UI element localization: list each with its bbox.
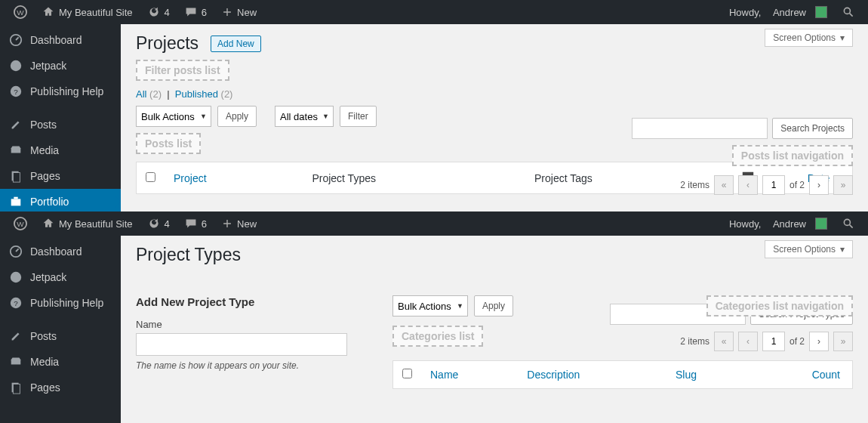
categories-list-region: Categories list <box>392 326 483 347</box>
last-page-button[interactable]: » <box>833 175 853 195</box>
col-name[interactable]: Name <box>430 369 458 381</box>
search-toggle[interactable] <box>835 212 862 236</box>
svg-text:W: W <box>17 220 24 228</box>
admin-sidebar: Dashboard Jetpack ?Publishing Help Posts… <box>0 24 121 212</box>
sidebar-item-label: Jetpack <box>30 271 66 283</box>
screen-options-label: Screen Options <box>773 244 836 255</box>
svg-rect-9 <box>11 199 21 205</box>
updates-count: 4 <box>165 7 170 18</box>
svg-point-15 <box>11 272 21 283</box>
sidebar-item-label: Posts <box>30 119 57 131</box>
items-count: 2 items <box>680 336 709 347</box>
next-page-button[interactable]: › <box>809 175 829 195</box>
sidebar-item-label: Pages <box>30 381 60 394</box>
sidebar-item-dashboard[interactable]: Dashboard <box>0 239 121 264</box>
items-count: 2 items <box>680 180 709 190</box>
col-slug[interactable]: Slug <box>676 369 697 381</box>
filter-all-link[interactable]: All <box>136 88 146 100</box>
sidebar-item-label: Publishing Help <box>30 297 103 309</box>
select-all-checkbox[interactable] <box>146 172 155 182</box>
search-button[interactable]: Search Projects <box>772 118 853 139</box>
current-page-input[interactable] <box>762 175 785 195</box>
updates-link[interactable]: 4 <box>140 212 177 236</box>
posts-list-region: Posts list <box>136 133 201 154</box>
date-filter-select[interactable]: All dates <box>275 106 334 127</box>
status-filter-links: All (2) | Published (2) <box>136 88 853 100</box>
sidebar-item-label: Posts <box>30 330 57 342</box>
new-link[interactable]: New <box>214 0 264 24</box>
site-link[interactable]: My Beautiful Site <box>35 0 140 24</box>
form-heading: Add New Project Type <box>136 295 377 308</box>
search-input[interactable] <box>632 118 768 139</box>
name-hint: The name is how it appears on your site. <box>136 360 377 371</box>
col-project[interactable]: Project <box>174 172 207 184</box>
chevron-down-icon: ▾ <box>840 244 845 255</box>
filter-posts-list-region: Filter posts list <box>136 60 229 81</box>
comments-count: 6 <box>202 218 207 230</box>
sidebar-item-label: Media <box>30 356 59 368</box>
updates-link[interactable]: 4 <box>140 0 177 24</box>
categories-list-navigation-region: Categories list navigation <box>706 295 853 316</box>
site-link[interactable]: My Beautiful Site <box>35 212 140 236</box>
sidebar-item-jetpack[interactable]: Jetpack <box>0 264 121 290</box>
prev-page-button[interactable]: ‹ <box>738 332 758 351</box>
svg-text:?: ? <box>14 299 18 307</box>
col-count[interactable]: Count <box>812 369 840 381</box>
account-link[interactable]: Howdy, Andrew <box>722 0 835 24</box>
sidebar-item-portfolio[interactable]: Portfolio <box>0 189 121 212</box>
next-page-button[interactable]: › <box>809 332 829 351</box>
last-page-button[interactable]: » <box>833 332 853 351</box>
comments-link[interactable]: 6 <box>177 0 214 24</box>
filter-button[interactable]: Filter <box>340 106 377 127</box>
col-description[interactable]: Description <box>527 369 580 381</box>
svg-text:W: W <box>17 8 24 17</box>
apply-bulk-button[interactable]: Apply <box>474 295 513 316</box>
sidebar-item-jetpack[interactable]: Jetpack <box>0 53 121 79</box>
terms-table: Name Description Slug Count <box>392 360 853 389</box>
first-page-button[interactable]: « <box>714 332 734 351</box>
search-toggle[interactable] <box>835 0 862 24</box>
sidebar-item-pages[interactable]: Pages <box>0 163 121 189</box>
col-project-types: Project Types <box>303 162 525 194</box>
comments-link[interactable]: 6 <box>177 212 214 236</box>
wp-logo[interactable]: W <box>6 212 35 236</box>
account-link[interactable]: Howdy, Andrew <box>722 212 835 236</box>
sidebar-item-label: Publishing Help <box>30 85 103 97</box>
page-of-label: of 2 <box>790 336 805 347</box>
new-link[interactable]: New <box>214 212 264 236</box>
term-name-input[interactable] <box>136 333 347 356</box>
current-page-input[interactable] <box>762 332 785 351</box>
filter-published-link[interactable]: Published <box>175 88 218 100</box>
first-page-button[interactable]: « <box>714 175 734 195</box>
updates-count: 4 <box>165 218 170 230</box>
screen-options-toggle[interactable]: Screen Options▾ <box>765 29 853 47</box>
sidebar-item-media[interactable]: Media <box>0 137 121 163</box>
sidebar-item-publishing-help[interactable]: ?Publishing Help <box>0 79 121 104</box>
apply-bulk-button[interactable]: Apply <box>217 106 257 127</box>
sidebar-item-dashboard[interactable]: Dashboard <box>0 27 121 53</box>
main-content: Screen Options▾ Projects Add New Filter … <box>121 24 868 212</box>
svg-rect-10 <box>14 197 17 199</box>
sidebar-item-label: Jetpack <box>30 60 66 72</box>
bulk-actions-select[interactable]: Bulk Actions <box>136 106 211 127</box>
sidebar-item-publishing-help[interactable]: ?Publishing Help <box>0 290 121 316</box>
page-of-label: of 2 <box>790 180 805 190</box>
howdy-prefix: Howdy, <box>729 218 761 230</box>
site-name: My Beautiful Site <box>59 7 133 18</box>
sidebar-item-posts[interactable]: Posts <box>0 323 121 349</box>
avatar <box>815 6 827 18</box>
comments-count: 6 <box>202 7 207 18</box>
add-new-button[interactable]: Add New <box>211 36 261 52</box>
sidebar-item-posts[interactable]: Posts <box>0 112 121 137</box>
filter-all-count: (2) <box>149 88 162 100</box>
select-all-checkbox[interactable] <box>402 369 412 378</box>
svg-rect-19 <box>13 384 20 394</box>
sidebar-item-media[interactable]: Media <box>0 349 121 375</box>
svg-point-2 <box>844 8 850 14</box>
new-label: New <box>237 218 257 230</box>
screen-options-toggle[interactable]: Screen Options▾ <box>765 240 853 258</box>
sidebar-item-pages[interactable]: Pages <box>0 375 121 400</box>
wp-logo[interactable]: W <box>6 0 35 24</box>
prev-page-button[interactable]: ‹ <box>738 175 758 195</box>
bulk-actions-select[interactable]: Bulk Actions <box>392 295 468 316</box>
